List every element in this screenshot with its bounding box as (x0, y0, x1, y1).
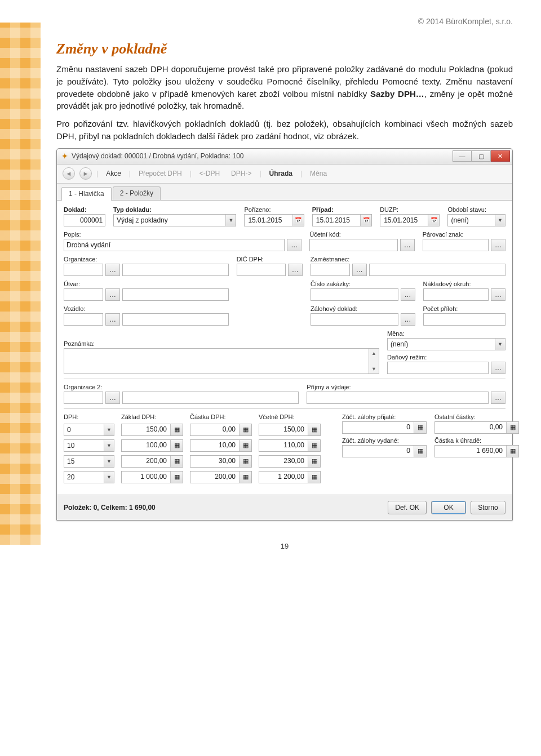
label-porizeno: Pořízeno: (244, 206, 304, 213)
field-pv[interactable] (307, 392, 489, 404)
combo-typ-dokladu[interactable]: Výdaj z pokladny▼ (113, 214, 236, 226)
lookup-zam[interactable]: … (352, 264, 367, 276)
date-porizeno[interactable]: 15.01.2015📅 (244, 214, 304, 226)
label-vozidlo: Vozidlo: (64, 305, 229, 312)
toolbar-item-mena[interactable]: Měna (307, 168, 330, 179)
nav-fwd-button[interactable]: ► (79, 167, 92, 180)
date-duzp[interactable]: 15.01.2015📅 (380, 214, 440, 226)
calendar-icon: 📅 (292, 215, 304, 226)
dph-rate-select[interactable]: 10▼ (64, 439, 114, 452)
label-zprij: Zúčt. zálohy přijaté: (342, 413, 427, 420)
lookup-zakazka[interactable]: … (401, 288, 415, 301)
calendar-icon: 📅 (360, 215, 371, 226)
dph-tax-field[interactable]: 10,00▦ (190, 439, 252, 452)
combo-mena[interactable]: (není)▼ (387, 338, 505, 350)
field-zvyd[interactable]: 0▦ (342, 445, 427, 457)
close-button[interactable]: ✕ (491, 150, 510, 162)
dph-incl-field[interactable]: 150,00▦ (259, 424, 321, 436)
lookup-popis[interactable]: … (287, 239, 301, 251)
lookup-drezim[interactable]: … (491, 362, 505, 374)
scrollbar[interactable]: ▲▼ (369, 349, 379, 373)
lookup-org2[interactable]: … (105, 392, 120, 404)
dph-incl-field[interactable]: 1 200,00▦ (259, 471, 321, 483)
field-org2-name[interactable] (122, 392, 299, 404)
dph-base-field[interactable]: 150,00▦ (121, 424, 183, 436)
dph-base-field[interactable]: 200,00▦ (121, 455, 183, 468)
dph-base-field[interactable]: 100,00▦ (121, 439, 183, 452)
lookup-org[interactable]: … (105, 264, 120, 276)
lookup-zalohovy[interactable]: … (401, 313, 415, 326)
label-typ-dokladu: Typ dokladu: (113, 206, 236, 213)
field-zalohovy[interactable] (311, 313, 398, 326)
field-par-znak[interactable] (423, 239, 489, 251)
field-doklad[interactable]: 000001 (64, 214, 105, 226)
field-priloh[interactable] (423, 313, 505, 326)
lookup-ucetni-kod[interactable]: … (400, 239, 415, 251)
toolbar-item-akce[interactable]: Akce (103, 168, 125, 179)
lookup-vozidlo[interactable]: … (105, 313, 120, 326)
lookup-nokruh[interactable]: … (491, 288, 505, 301)
date-pripad[interactable]: 15.01.2015📅 (312, 214, 372, 226)
label-org2: Organizace 2: (64, 384, 299, 390)
dph-rate-select[interactable]: 15▼ (64, 455, 114, 468)
label-zalohovy: Zálohový doklad: (311, 305, 415, 312)
lookup-utvar[interactable]: … (105, 288, 120, 301)
minimize-button[interactable]: — (453, 150, 472, 162)
field-org-id[interactable] (64, 264, 103, 276)
maximize-button[interactable]: ▢ (472, 150, 491, 162)
field-nokruh[interactable] (423, 288, 489, 301)
field-zakazka[interactable] (311, 288, 398, 301)
combo-obdobi[interactable]: (není)▼ (447, 214, 505, 226)
field-poznamka[interactable]: ▲▼ (64, 348, 379, 374)
toolbar-item-prepocet[interactable]: Přepočet DPH (135, 168, 185, 179)
field-zam-id[interactable] (311, 264, 350, 276)
calc-icon: ▦ (506, 446, 518, 457)
dph-tax-field[interactable]: 200,00▦ (190, 471, 252, 483)
field-ucetni-kod[interactable] (309, 239, 398, 251)
field-vozidlo-id[interactable] (64, 313, 103, 326)
lookup-dic[interactable]: … (288, 264, 303, 276)
lookup-par-znak[interactable]: … (491, 239, 505, 251)
toolbar-item-uhrada[interactable]: Úhrada (266, 168, 296, 179)
label-zakazka: Číslo zakázky: (311, 281, 415, 287)
calendar-icon: 📅 (428, 215, 439, 226)
def-ok-button[interactable]: Def. OK (388, 501, 427, 514)
dph-rate-select[interactable]: 0▼ (64, 424, 114, 436)
tab-polozky[interactable]: 2 - Položky (113, 186, 161, 200)
field-utvar-id[interactable] (64, 288, 103, 301)
status-summary: Položek: 0, Celkem: 1 690,00 (64, 504, 156, 512)
field-org-name[interactable] (122, 264, 229, 276)
tab-hlavicka[interactable]: 1 - Hlavička (61, 187, 112, 201)
field-ostatni[interactable]: 0,00▦ (434, 421, 519, 434)
nav-back-button[interactable]: ◄ (63, 167, 75, 180)
dph-rate-select[interactable]: 20▼ (64, 471, 114, 483)
label-kuhr: Částka k úhradě: (434, 437, 519, 444)
page-number: 19 (56, 542, 513, 550)
calc-icon: ▦ (506, 422, 518, 433)
dph-incl-field[interactable]: 230,00▦ (259, 455, 321, 468)
dph-tax-field[interactable]: 30,00▦ (190, 455, 252, 468)
toolbar-item-dph-next[interactable]: DPH-> (228, 168, 255, 179)
field-utvar-name[interactable] (122, 288, 229, 301)
field-vozidlo-name[interactable] (122, 313, 229, 326)
field-dic[interactable] (237, 264, 286, 276)
ok-button[interactable]: OK (431, 501, 466, 514)
dph-tax-field[interactable]: 0,00▦ (190, 424, 252, 436)
statusbar: Položek: 0, Celkem: 1 690,00 Def. OK OK … (57, 495, 512, 520)
label-ostatni: Ostatní částky: (434, 413, 519, 420)
field-zprij[interactable]: 0▦ (342, 421, 427, 434)
field-org2-id[interactable] (64, 392, 103, 404)
field-zam-name[interactable] (369, 264, 505, 276)
lookup-pv[interactable]: … (491, 392, 505, 404)
dph-incl-field[interactable]: 110,00▦ (259, 439, 321, 452)
dph-grid: DPH: Základ DPH: Částka DPH: Včetně DPH:… (64, 413, 321, 483)
storno-button[interactable]: Storno (471, 501, 505, 514)
label-zvyd: Zúčt. zálohy vydané: (342, 437, 427, 444)
field-drezim[interactable] (387, 362, 489, 374)
dph-base-field[interactable]: 1 000,00▦ (121, 471, 183, 483)
field-kuhr[interactable]: 1 690,00▦ (434, 445, 519, 457)
chevron-down-icon: ▼ (495, 215, 505, 226)
app-icon: ✦ (61, 152, 68, 161)
toolbar-item-dph-prev[interactable]: <-DPH (196, 168, 223, 179)
field-popis[interactable]: Drobná vydání (64, 239, 285, 251)
